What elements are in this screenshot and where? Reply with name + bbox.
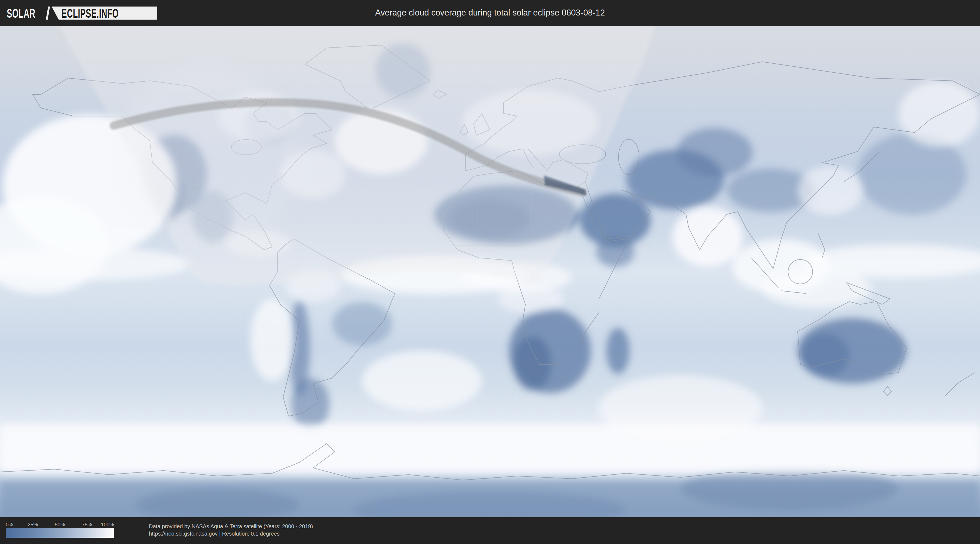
logo-box: ECLIPSE.INFO: [52, 6, 158, 20]
legend-tick-25: 25%: [27, 522, 38, 528]
attribution-line2: https://neo.sci.gsfc.nasa.gov | Resoluti…: [149, 530, 313, 538]
logo-text-eclipse-info: ECLIPSE.INFO: [62, 6, 119, 21]
footer-bar: 0% 25% 50% 75% 100% Data provided by NAS…: [0, 517, 980, 544]
legend-tick-100: 100%: [101, 522, 114, 528]
cloud-map-image: [0, 26, 980, 517]
cloud-coverage-legend: 0% 25% 50% 75% 100%: [6, 522, 114, 538]
legend-tick-50: 50%: [55, 522, 65, 528]
legend-tick-0: 0%: [6, 522, 13, 528]
data-attribution: Data provided by NASAs Aqua & Terra sate…: [149, 523, 313, 538]
logo-slash-icon: [46, 6, 50, 20]
page-title: Average cloud coverage during total sola…: [375, 8, 605, 18]
header-bar: SOLAR ECLIPSE.INFO Average cloud coverag…: [0, 0, 980, 26]
attribution-line1: Data provided by NASAs Aqua & Terra sate…: [149, 523, 313, 530]
site-logo[interactable]: SOLAR ECLIPSE.INFO: [7, 6, 158, 20]
legend-colorbar: [6, 528, 114, 538]
world-cloud-map: [0, 26, 980, 517]
logo-text-solar: SOLAR: [7, 6, 35, 21]
legend-tick-75: 75%: [82, 522, 92, 528]
legend-tick-labels: 0% 25% 50% 75% 100%: [6, 522, 114, 528]
